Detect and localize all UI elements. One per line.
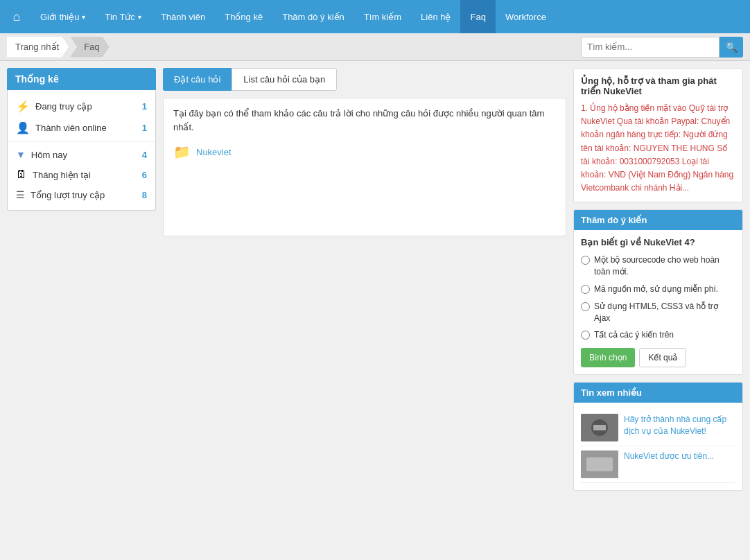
news-item-2[interactable]: NukeViet được ưu tiên... (581, 446, 735, 483)
nav-gioi-thieu[interactable]: Giới thiệu ▾ (30, 0, 95, 33)
news-text-2: NukeViet được ưu tiên... (624, 450, 714, 462)
news-item-1[interactable]: Hãy trở thành nhà cung cấp dịch vụ của N… (581, 410, 735, 446)
binh-chon-button[interactable]: Bình chọn (581, 348, 635, 367)
thamdo-body: Bạn biết gì về NukeViet 4? Một bộ source… (574, 230, 742, 374)
search-input[interactable] (581, 37, 720, 58)
svg-rect-4 (586, 457, 613, 471)
support-title: Ủng hộ, hỗ trợ và tham gia phát triển Nu… (581, 76, 735, 96)
nav-tim-kiem[interactable]: Tìm kiếm (354, 0, 411, 33)
sidebar-title: Thống kê (7, 68, 156, 90)
nav-thong-ke[interactable]: Thống kê (215, 0, 272, 33)
navbar: ⌂ Giới thiệu ▾ Tin Tức ▾ Thành viên Thốn… (0, 0, 750, 33)
thamdo-box: Thăm dò ý kiến Bạn biết gì về NukeViet 4… (573, 209, 743, 375)
radio-label-2: Mã nguồn mở, sử dụng miễn phí. (594, 283, 718, 295)
stat-tong-luot: ☰ Tổng lượt truy cập 8 (8, 185, 155, 204)
news-thumb-2 (581, 450, 618, 478)
radio-option-3: Sử dụng HTML5, CSS3 và hỗ trợ Ajax (581, 301, 735, 324)
thamdo-buttons: Bình chọn Kết quả (581, 348, 735, 367)
nav-tham-do[interactable]: Thăm dò ý kiến (272, 0, 354, 33)
radio-label-3: Sử dụng HTML5, CSS3 và hỗ trợ Ajax (594, 301, 735, 324)
content-area: Đặt câu hỏi List câu hỏi của bạn Tại đây… (163, 68, 566, 498)
nav-thanh-vien[interactable]: Thành viên (151, 0, 215, 33)
search-button[interactable]: 🔍 (720, 37, 743, 58)
ask-question-button[interactable]: Đặt câu hỏi (163, 68, 232, 91)
support-box: Ủng hộ, hỗ trợ và tham gia phát triển Nu… (573, 68, 743, 202)
radio-label-1: Một bộ sourcecode cho web hoàn toàn mới. (594, 254, 735, 278)
support-body: Ủng hộ, hỗ trợ và tham gia phát triển Nu… (574, 69, 742, 202)
thamdo-question: Bạn biết gì về NukeViet 4? (581, 237, 735, 247)
folder-icon: 📁 (173, 143, 191, 160)
tin-xem-nhieu-title: Tin xem nhiều (574, 383, 742, 403)
folder-label: Nukeviet (196, 147, 232, 157)
calendar-icon: 🗓 (16, 168, 27, 181)
divider (8, 141, 155, 142)
content-box: Tại đây bạn có thể tham khảo các câu trả… (163, 98, 566, 236)
breadcrumb-bar: Trang nhất Faq 🔍 (0, 33, 750, 61)
content-description: Tại đây bạn có thể tham khảo các câu trả… (173, 107, 556, 134)
main-layout: Thống kê ⚡ Đang truy cập 1 👤 Thành viên … (0, 61, 750, 505)
radio-input-1[interactable] (581, 256, 590, 265)
support-text: 1. Ủng hộ bằng tiền mặt vào Quỹ tài trợ … (581, 102, 735, 195)
stat-thang-hien-tai: 🗓 Tháng hiện tại 6 (8, 164, 155, 185)
right-panel: Ủng hộ, hỗ trợ và tham gia phát triển Nu… (573, 68, 743, 498)
sidebar: Thống kê ⚡ Đang truy cập 1 👤 Thành viên … (7, 68, 156, 498)
radio-input-2[interactable] (581, 285, 590, 294)
nav-workforce[interactable]: Workforce (496, 0, 556, 33)
sidebar-body: ⚡ Đang truy cập 1 👤 Thành viên online 1 … (7, 90, 156, 211)
radio-option-1: Một bộ sourcecode cho web hoàn toàn mới. (581, 254, 735, 278)
list-icon: ☰ (16, 189, 25, 200)
lightning-icon: ⚡ (16, 100, 30, 113)
ket-qua-button[interactable]: Kết quả (639, 348, 686, 367)
content-buttons: Đặt câu hỏi List câu hỏi của bạn (163, 68, 566, 91)
chevron-down-icon: ▾ (138, 13, 141, 21)
nav-tin-tuc[interactable]: Tin Tức ▾ (95, 0, 150, 33)
stat-dang-truy-cap: ⚡ Đang truy cập 1 (8, 96, 155, 117)
radio-label-4: Tất cả các ý kiến trên (594, 329, 674, 341)
list-questions-button[interactable]: List câu hỏi của bạn (232, 68, 337, 91)
news-text-1: Hãy trở thành nhà cung cấp dịch vụ của N… (624, 414, 735, 437)
nav-lien-he[interactable]: Liên hệ (411, 0, 460, 33)
radio-option-4: Tất cả các ý kiến trên (581, 329, 735, 341)
radio-input-3[interactable] (581, 302, 590, 311)
news-thumb-1 (581, 414, 618, 441)
chevron-down-icon: ▾ (82, 13, 85, 21)
filter-icon: ▼ (16, 149, 26, 160)
radio-option-2: Mã nguồn mở, sử dụng miễn phí. (581, 283, 735, 295)
tin-xem-nhieu-box: Tin xem nhiều Hãy trở thành nhà cung cấp… (573, 382, 743, 491)
stat-hom-nay: ▼ Hôm nay 4 (8, 145, 155, 164)
breadcrumb-home[interactable]: Trang nhất (7, 37, 69, 58)
svg-rect-2 (593, 425, 606, 430)
folder-item[interactable]: 📁 Nukeviet (173, 143, 556, 160)
thamdo-title: Thăm dò ý kiến (574, 210, 742, 230)
tin-xem-nhieu-body: Hãy trở thành nhà cung cấp dịch vụ của N… (574, 403, 742, 490)
stat-thanh-vien-online: 👤 Thành viên online 1 (8, 117, 155, 139)
search-bar: 🔍 (581, 37, 743, 58)
user-icon: 👤 (16, 121, 30, 134)
nav-faq[interactable]: Faq (460, 0, 495, 33)
breadcrumb-faq[interactable]: Faq (70, 37, 109, 58)
home-button[interactable]: ⌂ (3, 0, 30, 33)
radio-input-4[interactable] (581, 331, 590, 340)
